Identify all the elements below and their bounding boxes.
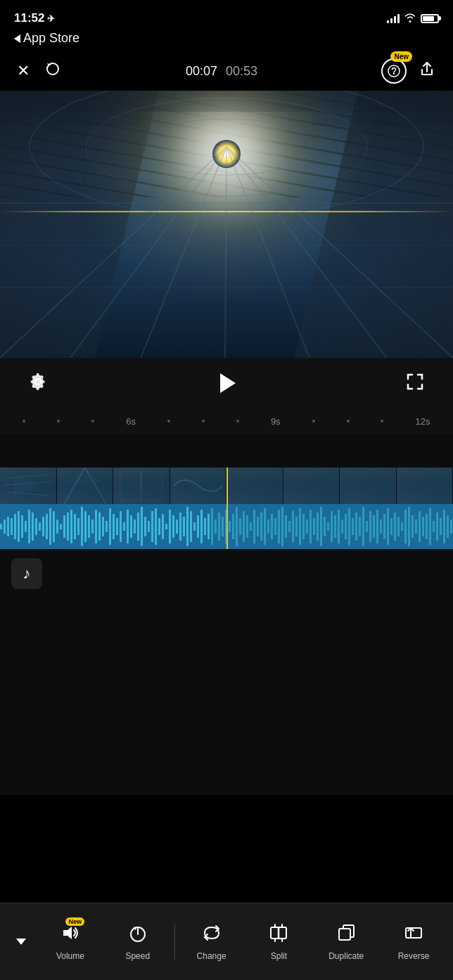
svg-rect-81 [193, 522, 196, 531]
extra-spacer [0, 655, 453, 795]
svg-rect-46 [70, 510, 72, 543]
music-track-icon[interactable]: ♪ [11, 558, 42, 589]
total-time: 00:53 [226, 64, 257, 79]
svg-rect-159 [339, 929, 350, 940]
svg-rect-109 [292, 511, 294, 542]
toolbar-left: ✕ [17, 60, 62, 82]
svg-rect-111 [299, 508, 301, 545]
svg-rect-119 [327, 522, 329, 531]
svg-rect-110 [295, 517, 298, 536]
reverse-icon [404, 923, 423, 947]
svg-rect-117 [320, 507, 322, 546]
svg-rect-129 [362, 507, 364, 546]
volume-tool[interactable]: New Volume [37, 917, 104, 967]
ruler-label-12s: 12s [415, 416, 430, 427]
location-icon: ✈︎ [47, 13, 55, 24]
svg-rect-97 [250, 522, 252, 531]
svg-rect-53 [95, 510, 97, 543]
back-navigation[interactable]: App Store [0, 31, 453, 51]
track-container[interactable] [0, 468, 453, 549]
svg-line-3 [141, 147, 226, 358]
change-tool[interactable]: Change [178, 917, 245, 967]
volume-new-badge: New [65, 917, 84, 926]
play-button[interactable] [217, 373, 236, 393]
split-tool[interactable]: Split [245, 917, 312, 967]
svg-rect-51 [88, 515, 90, 538]
svg-rect-9 [0, 112, 141, 126]
svg-rect-95 [243, 511, 245, 542]
svg-rect-120 [331, 511, 333, 542]
svg-rect-84 [204, 518, 206, 535]
svg-rect-82 [197, 515, 199, 538]
svg-rect-68 [148, 521, 150, 532]
video-thumb-7 [340, 468, 397, 504]
svg-rect-32 [21, 515, 23, 538]
svg-rect-54 [98, 512, 101, 541]
time-label: 11:52 [14, 11, 44, 25]
speed-icon [128, 923, 148, 947]
svg-line-5 [226, 147, 310, 358]
playhead[interactable] [226, 468, 228, 549]
toolbar-divider [174, 924, 175, 960]
svg-rect-80 [190, 511, 192, 542]
svg-rect-30 [14, 514, 16, 539]
status-bar: 11:52 ✈︎ [0, 0, 453, 31]
svg-rect-41 [53, 511, 55, 542]
svg-rect-77 [179, 512, 181, 541]
close-button[interactable]: ✕ [17, 62, 30, 80]
svg-rect-89 [222, 517, 224, 536]
settings-button[interactable] [28, 372, 48, 394]
svg-rect-63 [130, 515, 132, 538]
svg-rect-75 [172, 515, 174, 538]
ruler-dot [167, 420, 170, 423]
svg-rect-8 [0, 91, 453, 112]
video-thumb-3 [113, 468, 170, 504]
ruler-dot [57, 420, 60, 423]
svg-rect-141 [404, 510, 407, 543]
svg-rect-128 [359, 517, 361, 536]
timeline-tracks: ♪ [0, 434, 453, 795]
signal-bar-1 [387, 20, 389, 23]
svg-rect-131 [369, 511, 371, 542]
collapse-button[interactable] [6, 917, 37, 967]
svg-rect-78 [183, 517, 185, 536]
svg-rect-79 [186, 507, 189, 546]
svg-rect-85 [208, 514, 210, 539]
help-button-wrapper[interactable]: New [381, 58, 407, 84]
svg-rect-94 [239, 518, 241, 535]
svg-line-2 [70, 147, 226, 358]
undo-button[interactable] [44, 60, 62, 82]
video-thumb-4 [170, 468, 227, 504]
svg-rect-123 [341, 520, 343, 534]
back-chevron-icon [14, 34, 20, 43]
signal-bar-3 [394, 16, 396, 23]
ruler-dot [202, 420, 205, 423]
svg-line-4 [225, 147, 226, 358]
svg-line-18 [4, 482, 53, 485]
svg-rect-45 [67, 512, 69, 541]
chevron-down-icon [16, 939, 26, 945]
reverse-tool[interactable]: Reverse [380, 917, 447, 967]
speed-tool[interactable]: Speed [104, 917, 172, 967]
svg-rect-103 [271, 514, 273, 539]
status-time: 11:52 ✈︎ [14, 11, 55, 25]
svg-rect-146 [422, 517, 424, 536]
svg-rect-74 [169, 510, 171, 543]
ruler-label-9s: 9s [271, 416, 281, 427]
change-icon [202, 923, 222, 947]
share-button[interactable] [418, 60, 436, 82]
svg-rect-102 [267, 520, 269, 534]
svg-rect-38 [42, 517, 44, 536]
duplicate-tool[interactable]: Duplicate [312, 917, 380, 967]
svg-line-6 [226, 147, 387, 358]
ruler-dot [347, 420, 350, 423]
music-track-row: ♪ [0, 549, 453, 598]
svg-rect-151 [440, 518, 442, 535]
svg-marker-155 [63, 927, 72, 939]
svg-rect-58 [113, 514, 115, 539]
svg-rect-27 [4, 520, 6, 534]
help-button[interactable] [381, 58, 407, 84]
svg-rect-148 [429, 508, 431, 545]
fullscreen-button[interactable] [405, 372, 425, 394]
svg-rect-55 [102, 517, 104, 536]
